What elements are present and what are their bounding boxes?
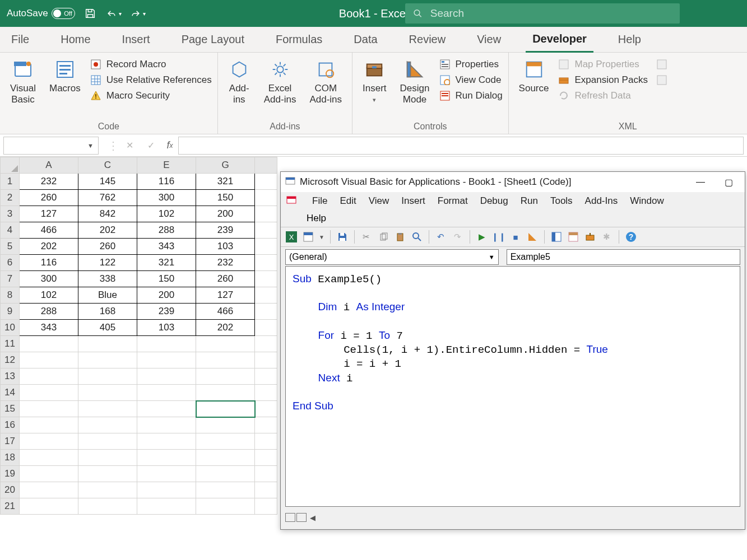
vba-object-dropdown[interactable]: (General)▼: [285, 249, 499, 265]
cell[interactable]: [137, 417, 196, 433]
row-header[interactable]: 9: [1, 304, 20, 320]
cell[interactable]: [137, 450, 196, 466]
com-addins-button[interactable]: COM Add-ins: [305, 56, 346, 107]
autosave-toggle[interactable]: AutoSave Off: [7, 8, 75, 19]
vba-menu-help[interactable]: Help: [307, 213, 326, 224]
cell[interactable]: [78, 417, 137, 433]
vba-menu-insert[interactable]: Insert: [401, 195, 425, 206]
cell[interactable]: [137, 498, 196, 515]
row-header[interactable]: 3: [1, 206, 20, 222]
cell[interactable]: 288: [20, 304, 78, 320]
cell[interactable]: [196, 482, 255, 498]
undo-button[interactable]: ▾: [105, 8, 122, 19]
cell[interactable]: 321: [137, 255, 196, 271]
view-code-button[interactable]: View Code: [439, 74, 503, 86]
row-header[interactable]: 1: [1, 174, 20, 190]
macro-security-button[interactable]: Macro Security: [90, 90, 212, 102]
row-header[interactable]: 6: [1, 255, 20, 271]
cell[interactable]: 116: [137, 174, 196, 190]
vba-menu-tools[interactable]: Tools: [550, 195, 573, 206]
cell[interactable]: [196, 498, 255, 515]
cell[interactable]: [78, 352, 137, 368]
cell[interactable]: 466: [20, 222, 78, 239]
cell[interactable]: [20, 482, 78, 498]
cell[interactable]: [196, 336, 255, 352]
cell[interactable]: 321: [196, 174, 255, 190]
help-icon[interactable]: ?: [625, 231, 637, 243]
cell[interactable]: 116: [20, 255, 78, 271]
cell[interactable]: [78, 466, 137, 482]
row-header[interactable]: 11: [1, 336, 20, 352]
cell[interactable]: [137, 482, 196, 498]
search-box[interactable]: [405, 3, 680, 24]
cancel-formula-button[interactable]: ✕: [119, 137, 140, 154]
cell[interactable]: [20, 498, 78, 515]
cell[interactable]: 842: [78, 206, 137, 222]
properties-window-icon[interactable]: [567, 231, 579, 243]
vba-menu-window[interactable]: Window: [630, 195, 664, 206]
cell[interactable]: 200: [196, 206, 255, 222]
paste-icon[interactable]: [394, 231, 406, 243]
design-mode-button[interactable]: Design Mode: [396, 56, 434, 107]
cell[interactable]: [78, 433, 137, 450]
cell[interactable]: 145: [78, 174, 137, 190]
cell[interactable]: 260: [78, 239, 137, 255]
cell[interactable]: [137, 368, 196, 385]
vba-menu-add-ins[interactable]: Add-Ins: [585, 195, 618, 206]
find-icon[interactable]: [411, 231, 423, 243]
cell[interactable]: 103: [196, 239, 255, 255]
redo-button[interactable]: ▾: [129, 8, 146, 19]
cell[interactable]: 202: [20, 239, 78, 255]
cell[interactable]: 260: [196, 271, 255, 287]
cell[interactable]: [78, 498, 137, 515]
cell[interactable]: [196, 368, 255, 385]
cell[interactable]: Blue: [78, 287, 137, 304]
record-macro-button[interactable]: Record Macro: [90, 58, 212, 71]
cell[interactable]: [78, 401, 137, 417]
cell[interactable]: [196, 352, 255, 368]
name-box[interactable]: ▼: [3, 137, 99, 155]
excel-icon[interactable]: X: [285, 231, 298, 243]
visual-basic-button[interactable]: Visual Basic: [6, 56, 40, 107]
row-header[interactable]: 13: [1, 368, 20, 385]
cell[interactable]: [20, 417, 78, 433]
use-relative-references-button[interactable]: Use Relative References: [90, 74, 212, 86]
excel-addins-button[interactable]: Excel Add-ins: [259, 56, 301, 107]
tab-developer[interactable]: Developer: [526, 27, 593, 53]
vba-code-pane[interactable]: Sub Example5() Dim i As Integer For i = …: [285, 266, 740, 507]
tab-formulas[interactable]: Formulas: [269, 27, 329, 53]
cell[interactable]: 127: [196, 287, 255, 304]
column-header[interactable]: G: [196, 157, 255, 174]
vba-menu-format[interactable]: Format: [438, 195, 468, 206]
row-header[interactable]: 20: [1, 482, 20, 498]
cell[interactable]: [20, 385, 78, 401]
chevron-down-icon[interactable]: ▼: [319, 234, 324, 240]
redo-icon[interactable]: ↷: [452, 231, 464, 243]
full-module-view-button[interactable]: [296, 513, 307, 522]
cell[interactable]: 102: [137, 206, 196, 222]
row-header[interactable]: 5: [1, 239, 20, 255]
cell[interactable]: [196, 450, 255, 466]
cell[interactable]: 127: [20, 206, 78, 222]
tab-data[interactable]: Data: [347, 27, 384, 53]
cell[interactable]: [78, 385, 137, 401]
cell[interactable]: 150: [196, 190, 255, 206]
copy-icon[interactable]: [377, 231, 389, 243]
cell[interactable]: [196, 466, 255, 482]
cell[interactable]: 168: [78, 304, 137, 320]
cell[interactable]: [137, 336, 196, 352]
fx-icon[interactable]: fx: [161, 137, 178, 154]
row-header[interactable]: 2: [1, 190, 20, 206]
cell[interactable]: 239: [196, 222, 255, 239]
row-header[interactable]: 16: [1, 417, 20, 433]
tab-help[interactable]: Help: [611, 27, 648, 53]
maximize-button[interactable]: ▢: [717, 174, 740, 190]
cell[interactable]: 288: [137, 222, 196, 239]
tab-insert[interactable]: Insert: [115, 27, 157, 53]
row-header[interactable]: 21: [1, 498, 20, 515]
row-header[interactable]: 18: [1, 450, 20, 466]
addins-button[interactable]: Add- ins: [224, 56, 255, 107]
object-browser-icon[interactable]: [584, 231, 596, 243]
row-header[interactable]: 4: [1, 222, 20, 239]
macros-button[interactable]: Macros: [45, 56, 85, 96]
